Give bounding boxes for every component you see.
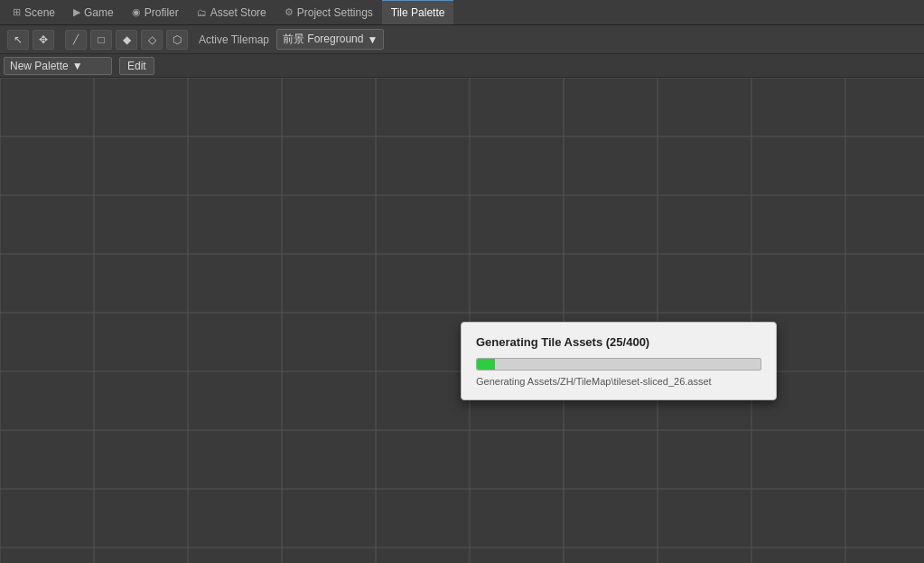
tab-game[interactable]: ▶ Game (64, 0, 123, 24)
progress-title: Generating Tile Assets (25/400) (476, 335, 761, 349)
scene-icon: ⊞ (13, 6, 21, 18)
tab-tile-palette-label: Tile Palette (391, 6, 445, 19)
profiler-icon: ◉ (132, 6, 141, 18)
edit-button[interactable]: Edit (119, 57, 154, 75)
tab-game-label: Game (84, 6, 114, 19)
tab-profiler-label: Profiler (145, 6, 179, 19)
toolbar: ↖ ✥ ╱ □ ◆ ◇ ⬡ Active Tilemap 前景 Foregrou… (0, 25, 924, 54)
tool-box[interactable]: □ (90, 30, 112, 50)
tab-project-settings-label: Project Settings (297, 6, 373, 19)
asset-store-icon: 🗂 (197, 7, 207, 18)
palette-dropdown-arrow: ▼ (72, 60, 83, 72)
tab-asset-store-label: Asset Store (210, 6, 266, 19)
progress-bar-container (476, 358, 761, 371)
tab-project-settings[interactable]: ⚙ Project Settings (275, 0, 382, 24)
tilemap-value: 前景 Foreground (283, 32, 363, 47)
progress-dialog: Generating Tile Assets (25/400) Generati… (461, 322, 777, 400)
game-icon: ▶ (73, 6, 80, 18)
tool-erase[interactable]: ◇ (141, 30, 163, 50)
progress-bar-fill (477, 359, 495, 370)
tool-pick[interactable]: ◆ (116, 30, 137, 50)
tab-scene[interactable]: ⊞ Scene (4, 0, 64, 24)
tilemap-dropdown[interactable]: 前景 Foreground ▼ (276, 29, 384, 50)
canvas-area: Generating Tile Assets (25/400) Generati… (0, 78, 924, 563)
tool-paint[interactable]: ╱ (65, 30, 87, 50)
tab-scene-label: Scene (24, 6, 55, 19)
tool-select[interactable]: ↖ (7, 30, 29, 50)
tool-move[interactable]: ✥ (33, 30, 54, 50)
tilemap-chevron-icon: ▼ (367, 33, 378, 46)
tab-bar: ⊞ Scene ▶ Game ◉ Profiler 🗂 Asset Store … (0, 0, 924, 25)
tab-profiler[interactable]: ◉ Profiler (123, 0, 188, 24)
active-tilemap-label: Active Tilemap (199, 33, 269, 46)
progress-file-label: Generating Assets/ZH/TileMap\tileset-sli… (476, 376, 761, 387)
palette-toolbar: New Palette ▼ Edit (0, 54, 924, 78)
tile-grid (0, 78, 924, 563)
tab-asset-store[interactable]: 🗂 Asset Store (188, 0, 275, 24)
palette-dropdown-label: New Palette (10, 60, 69, 72)
new-palette-dropdown[interactable]: New Palette ▼ (4, 57, 112, 75)
tab-tile-palette[interactable]: Tile Palette (382, 0, 454, 24)
project-settings-icon: ⚙ (285, 6, 294, 18)
tool-fill[interactable]: ⬡ (166, 30, 188, 50)
